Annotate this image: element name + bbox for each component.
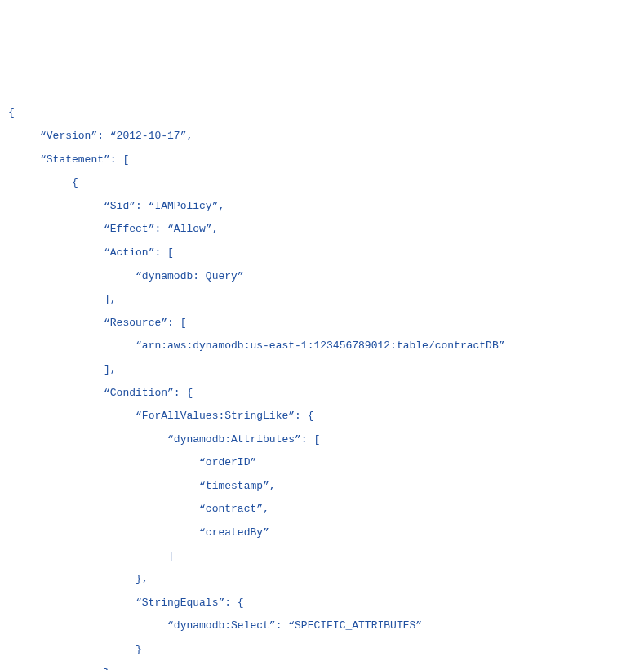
code-line: “Action”: [ — [8, 246, 174, 259]
code-line: “Condition”: { — [8, 387, 193, 399]
code-line: ], — [8, 363, 117, 375]
code-line: “dynamodb:Select”: “SPECIFIC_ATTRIBUTES” — [8, 619, 422, 632]
code-line: “dynamodb:Attributes”: [ — [8, 433, 320, 446]
code-line: “ForAllValues:StringLike”: { — [8, 410, 313, 422]
code-line: } — [8, 667, 110, 670]
code-line: “timestamp”, — [8, 480, 276, 492]
code-line: “Effect”: “Allow”, — [8, 223, 218, 235]
code-line: “Version”: “2012-10-17”, — [8, 130, 193, 142]
code-line: “Statement”: [ — [8, 153, 129, 166]
code-line: { — [8, 176, 78, 189]
code-line: ] — [8, 550, 174, 562]
iam-policy-code-block: { “Version”: “2012-10-17”, “Statement”: … — [8, 101, 636, 670]
code-line: “orderID” — [8, 456, 256, 468]
code-line: “dynamodb: Query” — [8, 270, 244, 282]
code-line: “createdBy” — [8, 526, 269, 539]
code-line: }, — [8, 573, 149, 585]
code-line: “StringEquals”: { — [8, 597, 244, 609]
code-line: ], — [8, 293, 117, 305]
code-line: { — [8, 106, 15, 118]
code-line: “Resource”: [ — [8, 317, 186, 329]
code-line: “contract”, — [8, 503, 269, 515]
code-line: “Sid”: “IAMPolicy”, — [8, 200, 224, 212]
code-line: } — [8, 643, 142, 655]
code-line: “arn:aws:dynamodb:us-east-1:123456789012… — [8, 339, 505, 352]
